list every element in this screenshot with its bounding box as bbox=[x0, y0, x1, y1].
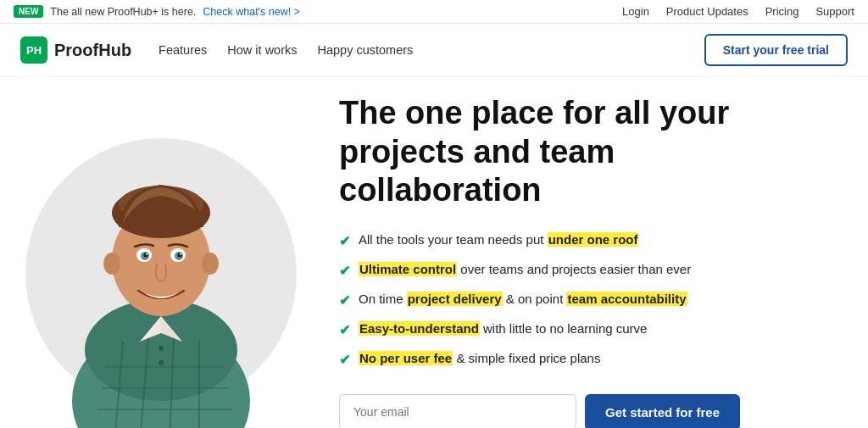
nav-how-it-works[interactable]: How it works bbox=[227, 43, 297, 57]
feature-item-1: ✔ All the tools your team needs put unde… bbox=[339, 231, 817, 252]
top-nav-pricing[interactable]: Pricing bbox=[765, 5, 799, 18]
nav-features[interactable]: Features bbox=[159, 43, 207, 57]
highlight-team-accountability: team accountability bbox=[566, 292, 687, 306]
feature-text-1: All the tools your team needs put under … bbox=[359, 231, 638, 250]
svg-point-11 bbox=[159, 360, 164, 365]
svg-point-25 bbox=[146, 253, 147, 255]
hero-content: The one place for all your projects and … bbox=[322, 94, 817, 428]
check-icon-1: ✔ bbox=[339, 231, 350, 252]
highlight-no-per-user-fee: No per user fee bbox=[359, 351, 453, 365]
hero-title: The one place for all your projects and … bbox=[339, 94, 817, 210]
highlight-ultimate-control: Ultimate control bbox=[359, 262, 457, 276]
hero-image-area bbox=[0, 100, 322, 428]
top-nav-product-updates[interactable]: Product Updates bbox=[666, 5, 748, 18]
feature-text-4: Easy-to-understand with little to no lea… bbox=[359, 320, 647, 339]
highlight-project-delivery: project delivery bbox=[407, 292, 503, 306]
new-badge: NEW bbox=[14, 5, 43, 18]
svg-point-18 bbox=[202, 253, 219, 275]
feature-item-4: ✔ Easy-to-understand with little to no l… bbox=[339, 320, 817, 341]
nav-links: Features How it works Happy customers bbox=[159, 43, 413, 57]
svg-point-26 bbox=[180, 253, 181, 255]
feature-list: ✔ All the tools your team needs put unde… bbox=[339, 231, 817, 370]
signup-row: Get started for free bbox=[339, 394, 817, 428]
svg-point-17 bbox=[103, 253, 120, 275]
top-nav-support[interactable]: Support bbox=[815, 5, 854, 18]
feature-text-3: On time project delivery & on point team… bbox=[359, 290, 687, 309]
feature-item-3: ✔ On time project delivery & on point te… bbox=[339, 290, 817, 311]
announcement-bar: NEW The all new ProofHub+ is here. Check… bbox=[0, 0, 868, 24]
nav-left: PH ProofHub Features How it works Happy … bbox=[20, 36, 413, 64]
check-icon-5: ✔ bbox=[339, 350, 350, 370]
top-nav-login[interactable]: Login bbox=[622, 5, 649, 18]
svg-point-23 bbox=[144, 253, 148, 257]
check-whats-new-link[interactable]: Check what's new! > bbox=[203, 6, 300, 18]
logo-icon: PH bbox=[20, 36, 47, 64]
svg-point-24 bbox=[178, 253, 182, 257]
main-nav: PH ProofHub Features How it works Happy … bbox=[0, 24, 868, 77]
feature-item-5: ✔ No per user fee & simple fixed price p… bbox=[339, 349, 817, 370]
top-nav: Login Product Updates Pricing Support bbox=[622, 5, 854, 18]
highlight-under-one-roof: under one roof bbox=[548, 232, 639, 247]
announcement-text: The all new ProofHub+ is here. bbox=[50, 6, 196, 18]
feature-text-2: Ultimate control over teams and projects… bbox=[359, 260, 691, 280]
highlight-easy-to-understand: Easy-to-understand bbox=[359, 321, 480, 336]
person-figure bbox=[30, 104, 292, 428]
announcement-left: NEW The all new ProofHub+ is here. Check… bbox=[14, 5, 300, 18]
start-free-trial-button[interactable]: Start your free trial bbox=[704, 34, 848, 66]
nav-happy-customers[interactable]: Happy customers bbox=[318, 43, 414, 57]
check-icon-4: ✔ bbox=[339, 320, 350, 341]
email-input[interactable] bbox=[339, 394, 576, 428]
logo[interactable]: PH ProofHub bbox=[20, 36, 131, 64]
feature-text-5: No per user fee & simple fixed price pla… bbox=[359, 349, 600, 369]
feature-item-2: ✔ Ultimate control over teams and projec… bbox=[339, 260, 817, 281]
svg-point-10 bbox=[159, 346, 164, 351]
check-icon-2: ✔ bbox=[339, 261, 350, 281]
hero-section: The one place for all your projects and … bbox=[0, 77, 868, 428]
check-icon-3: ✔ bbox=[339, 291, 350, 311]
get-started-button[interactable]: Get started for free bbox=[585, 394, 740, 428]
logo-text: ProofHub bbox=[54, 41, 131, 60]
person-illustration bbox=[38, 113, 284, 428]
logo-initials: PH bbox=[26, 44, 42, 57]
